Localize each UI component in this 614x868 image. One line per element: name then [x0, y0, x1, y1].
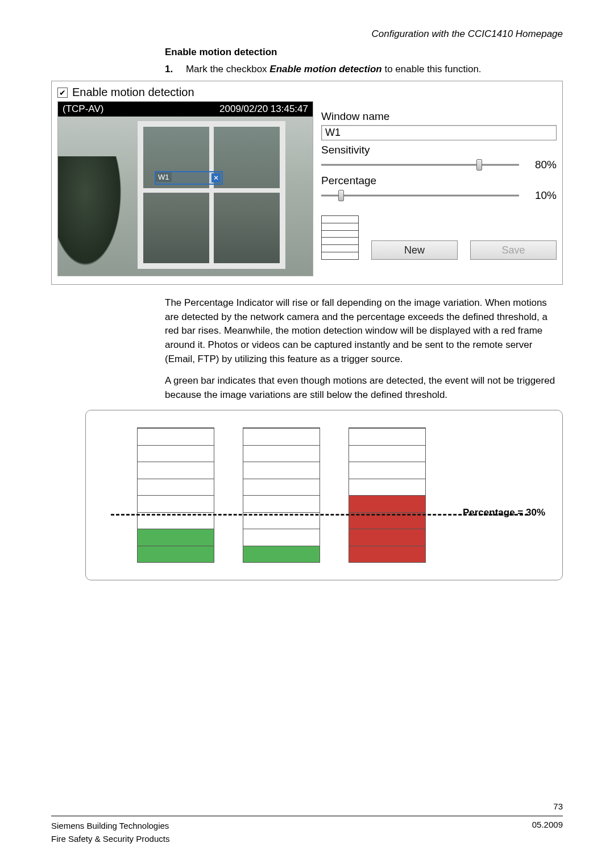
percentage-slider[interactable]: [321, 190, 519, 201]
percentage-value: 10%: [526, 189, 557, 202]
step-line: 1. Mark the checkbox Enable motion detec…: [165, 64, 563, 75]
bar-1: [137, 427, 214, 563]
footer-rule: [51, 816, 563, 816]
paragraph-1: The Percentage Indicator will rise or fa…: [165, 296, 563, 366]
bar-2: [243, 427, 320, 563]
page-footer: 73 Siemens Building Technologies Fire Sa…: [51, 801, 563, 845]
sensitivity-value: 80%: [526, 159, 557, 171]
door-shape: [138, 121, 285, 269]
paragraph-2: A green bar indicates that even though m…: [165, 374, 563, 402]
window-name-input[interactable]: [321, 125, 557, 140]
bars-wrap: [137, 427, 432, 563]
motion-detection-panel: ✔ Enable motion detection (TCP-AV) 2009/…: [51, 81, 563, 285]
enable-motion-label: Enable motion detection: [72, 86, 194, 99]
video-frame[interactable]: W1 ✕: [58, 117, 313, 276]
step-number: 1.: [165, 64, 173, 74]
video-title-left: (TCP-AV): [63, 103, 103, 115]
page-header-right: Configuration with the CCIC1410 Homepage: [51, 28, 563, 40]
page-number: 73: [51, 801, 563, 811]
controls-column: Window name Sensitivity 80% Percentage: [321, 101, 557, 276]
slider-thumb[interactable]: [476, 159, 482, 171]
plant-silhouette: [58, 156, 126, 276]
enable-motion-checkbox[interactable]: ✔: [57, 88, 68, 98]
step-text-post: to enable this function.: [382, 64, 482, 74]
enable-motion-row: ✔ Enable motion detection: [57, 86, 557, 99]
footer-right-date: 05.2009: [532, 820, 563, 845]
percentage-label: Percentage: [321, 175, 557, 187]
threshold-label: Percentage = 30%: [463, 507, 545, 518]
section-title: Enable motion detection: [165, 47, 563, 58]
slider-track: [321, 195, 519, 197]
video-titlebar: (TCP-AV) 2009/02/20 13:45:47: [58, 102, 313, 117]
percentage-indicator: [321, 215, 359, 260]
save-button[interactable]: Save: [470, 240, 557, 260]
footer-left-1: Siemens Building Technologies: [51, 820, 169, 833]
threshold-diagram: Percentage = 30%: [85, 410, 563, 580]
step-text-pre: Mark the checkbox: [186, 64, 269, 74]
slider-track: [321, 164, 519, 166]
footer-left-2: Fire Safety & Security Products: [51, 833, 169, 846]
step-text-bold: Enable motion detection: [269, 64, 381, 74]
sensitivity-label: Sensitivity: [321, 144, 557, 156]
window-name-label: Window name: [321, 110, 557, 123]
motion-window-close-icon[interactable]: ✕: [211, 173, 221, 182]
motion-window[interactable]: W1 ✕: [155, 171, 223, 185]
motion-window-label: W1: [156, 172, 172, 182]
slider-thumb[interactable]: [338, 190, 344, 201]
video-title-timestamp: 2009/02/20 13:45:47: [219, 103, 308, 115]
video-preview-area: (TCP-AV) 2009/02/20 13:45:47 W1 ✕: [57, 101, 313, 276]
bar-3: [349, 427, 426, 563]
new-button[interactable]: New: [371, 240, 458, 260]
sensitivity-slider[interactable]: [321, 159, 519, 171]
